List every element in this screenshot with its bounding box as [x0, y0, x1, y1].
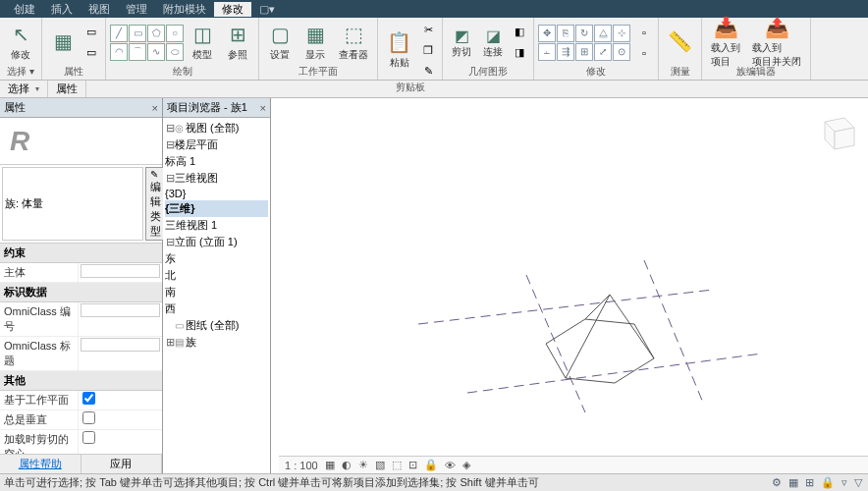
menu-insert[interactable]: 插入: [43, 2, 81, 17]
properties-title-bar[interactable]: 属性 ×: [0, 98, 162, 118]
model-button[interactable]: ◫模型: [186, 20, 219, 65]
tree-east[interactable]: 东: [165, 250, 268, 267]
tree-3dviews[interactable]: ⊟三维视图: [165, 170, 268, 187]
ref-button[interactable]: ⊞参照: [221, 20, 254, 65]
constraints-header[interactable]: 约束: [0, 244, 162, 263]
tree-north[interactable]: 北: [165, 267, 268, 284]
measure-button[interactable]: 📏: [663, 20, 697, 65]
tree-3d-current[interactable]: {三维}: [165, 200, 268, 217]
prop-tool-2[interactable]: ▭: [81, 43, 101, 63]
cut-button[interactable]: ✂: [418, 20, 438, 39]
mod-align[interactable]: ⫠: [538, 43, 556, 61]
host-value[interactable]: [81, 264, 160, 278]
lock3d-icon[interactable]: 🔒: [422, 459, 440, 471]
match-button[interactable]: ✎: [418, 61, 438, 81]
close-icon[interactable]: ×: [152, 102, 158, 114]
draw-spline[interactable]: ∿: [147, 43, 165, 61]
omni-num-value[interactable]: [81, 303, 160, 317]
menu-create[interactable]: 创建: [6, 2, 43, 17]
draw-ellipse[interactable]: ⬭: [166, 43, 184, 61]
view-cube[interactable]: [811, 108, 858, 155]
close-icon[interactable]: ×: [260, 102, 266, 114]
tree-west[interactable]: 西: [165, 300, 268, 317]
menu-modify[interactable]: 修改: [214, 2, 251, 17]
vertical-check[interactable]: [82, 411, 95, 424]
menu-manage[interactable]: 管理: [118, 2, 155, 17]
mod-mirror[interactable]: ⧋: [594, 25, 612, 42]
props-toggle[interactable]: 属性: [48, 81, 86, 97]
identity-header[interactable]: 标识数据: [0, 283, 162, 302]
status-filter-icon[interactable]: ▽: [852, 476, 864, 489]
mod-trim[interactable]: ⊹: [613, 25, 630, 42]
modify-button[interactable]: ↖ 修改: [4, 20, 37, 65]
mod-rotate[interactable]: ↻: [575, 25, 593, 42]
tree-sheets[interactable]: ▭图纸 (全部): [165, 317, 268, 334]
mod-pin[interactable]: ⊙: [613, 43, 630, 61]
load-close-button[interactable]: 📤载入到 项目并关闭: [747, 20, 806, 65]
tree-families[interactable]: ⊞▤族: [165, 334, 268, 351]
menu-addins[interactable]: 附加模块: [155, 2, 214, 17]
draw-poly[interactable]: ⬠: [147, 25, 165, 42]
status-icon-5[interactable]: ▿: [840, 476, 849, 489]
reveal-icon[interactable]: ◈: [461, 459, 472, 471]
other-header[interactable]: 其他: [0, 371, 162, 391]
menu-view[interactable]: 视图: [81, 2, 118, 17]
status-icon-1[interactable]: ⚙: [770, 476, 784, 489]
viewer-button[interactable]: ⬚查看器: [334, 20, 373, 65]
geom-tool-2[interactable]: ◨: [510, 43, 529, 63]
geom-cut-button[interactable]: ◩剪切: [447, 24, 476, 62]
scale-display[interactable]: 1 : 100: [283, 460, 320, 471]
drawing-canvas[interactable]: [271, 98, 868, 473]
tree-elevations[interactable]: ⊟立面 (立面 1): [165, 234, 268, 250]
status-icon-2[interactable]: ▦: [787, 476, 800, 489]
mod-copy[interactable]: ⎘: [557, 25, 574, 42]
prop-tool-1[interactable]: ▭: [81, 23, 101, 42]
properties-button[interactable]: ▦: [46, 20, 80, 65]
geom-join-button[interactable]: ◪连接: [478, 24, 508, 62]
tree-3d-view1[interactable]: 三维视图 1: [165, 217, 268, 234]
draw-rect[interactable]: ▭: [129, 25, 146, 42]
family-type-selector[interactable]: [2, 167, 143, 241]
load-project-button[interactable]: 📥载入到 项目: [706, 20, 745, 65]
visual-style-icon[interactable]: ◐: [340, 459, 353, 471]
status-icon-4[interactable]: 🔒: [819, 476, 837, 489]
apply-button[interactable]: 应用: [81, 455, 163, 473]
menu-extra-icon[interactable]: ▢▾: [251, 3, 283, 16]
crop-region-icon[interactable]: ⊡: [407, 459, 419, 471]
voidcut-check[interactable]: [82, 431, 95, 444]
mod-move[interactable]: ✥: [538, 25, 556, 42]
draw-circle[interactable]: ○: [166, 25, 184, 42]
properties-help-link[interactable]: 属性帮助: [0, 455, 81, 473]
show-wp-button[interactable]: ▦显示: [298, 20, 332, 65]
show-icon: ▦: [306, 23, 325, 46]
select-dropdown[interactable]: 选择: [0, 81, 48, 97]
tree-level1[interactable]: 标高 1: [165, 153, 268, 170]
mod-array[interactable]: ⊞: [575, 43, 593, 61]
mod-extra-2[interactable]: ▫: [634, 43, 654, 63]
detail-level-icon[interactable]: ▦: [323, 459, 337, 471]
mod-scale[interactable]: ⤢: [594, 43, 612, 61]
temp-hide-icon[interactable]: 👁: [443, 460, 458, 471]
cut-geom-icon: ◩: [455, 27, 469, 45]
browser-title-bar[interactable]: 项目浏览器 - 族1 ×: [163, 98, 270, 118]
crop-icon[interactable]: ⬚: [390, 459, 404, 471]
tree-south[interactable]: 南: [165, 284, 268, 300]
status-icon-3[interactable]: ⊞: [803, 476, 816, 489]
workplane-check[interactable]: [82, 392, 95, 405]
set-wp-button[interactable]: ▢设置: [263, 20, 297, 65]
tree-floorplans[interactable]: ⊟楼层平面: [165, 136, 268, 153]
shadows-icon[interactable]: ▧: [373, 459, 387, 471]
mod-extra-1[interactable]: ▫: [634, 23, 654, 42]
select-group-label[interactable]: 选择 ▾: [4, 65, 37, 80]
paste-button[interactable]: 📋粘贴: [382, 27, 416, 73]
sun-path-icon[interactable]: ☀: [356, 459, 370, 471]
draw-arc2[interactable]: ⌒: [129, 43, 146, 61]
omni-title-value[interactable]: [81, 338, 160, 352]
draw-arc[interactable]: ◠: [110, 43, 128, 61]
mod-offset[interactable]: ⇶: [557, 43, 574, 61]
geom-tool-1[interactable]: ◧: [510, 23, 529, 42]
copy-button[interactable]: ❐: [418, 40, 438, 60]
tree-3d-default[interactable]: {3D}: [165, 187, 268, 200]
tree-views[interactable]: ⊟◎视图 (全部): [165, 120, 268, 136]
draw-line[interactable]: ╱: [110, 25, 128, 42]
